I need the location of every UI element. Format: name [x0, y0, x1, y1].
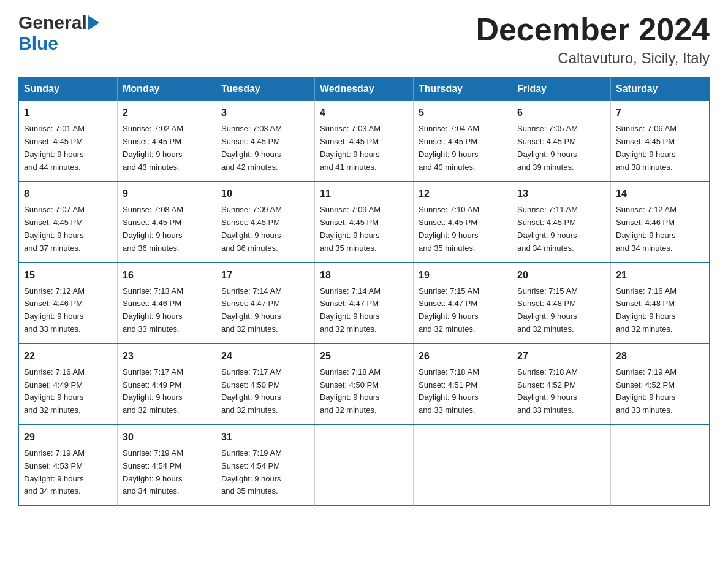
day-number: 14 — [616, 186, 704, 201]
day-number: 23 — [123, 349, 211, 364]
calendar-day-cell: 17 Sunrise: 7:14 AMSunset: 4:47 PMDaylig… — [216, 262, 315, 343]
calendar-day-cell — [315, 424, 414, 505]
calendar-day-cell: 29 Sunrise: 7:19 AMSunset: 4:53 PMDaylig… — [19, 424, 118, 505]
day-number: 30 — [123, 430, 211, 445]
calendar-day-cell: 22 Sunrise: 7:16 AMSunset: 4:49 PMDaylig… — [19, 343, 118, 424]
calendar-day-cell: 4 Sunrise: 7:03 AMSunset: 4:45 PMDayligh… — [315, 101, 414, 182]
day-number: 20 — [517, 268, 605, 283]
calendar-day-cell: 25 Sunrise: 7:18 AMSunset: 4:50 PMDaylig… — [315, 343, 414, 424]
calendar-day-cell: 13 Sunrise: 7:11 AMSunset: 4:45 PMDaylig… — [512, 182, 611, 262]
day-info: Sunrise: 7:02 AMSunset: 4:45 PMDaylight:… — [123, 124, 183, 171]
day-number: 5 — [419, 105, 507, 120]
day-info: Sunrise: 7:18 AMSunset: 4:51 PMDaylight:… — [419, 367, 479, 415]
weekday-header-tuesday: Tuesday — [216, 77, 315, 101]
day-info: Sunrise: 7:03 AMSunset: 4:45 PMDaylight:… — [221, 124, 282, 171]
calendar-week-row: 15 Sunrise: 7:12 AMSunset: 4:46 PMDaylig… — [19, 262, 710, 343]
calendar-day-cell — [611, 424, 710, 505]
day-info: Sunrise: 7:19 AMSunset: 4:53 PMDaylight:… — [24, 448, 85, 496]
calendar-day-cell: 11 Sunrise: 7:09 AMSunset: 4:45 PMDaylig… — [315, 182, 414, 262]
calendar-day-cell: 2 Sunrise: 7:02 AMSunset: 4:45 PMDayligh… — [118, 101, 216, 182]
day-number: 19 — [419, 268, 507, 283]
day-number: 31 — [221, 430, 309, 445]
day-info: Sunrise: 7:12 AMSunset: 4:46 PMDaylight:… — [24, 286, 85, 334]
calendar-day-cell: 27 Sunrise: 7:18 AMSunset: 4:52 PMDaylig… — [512, 343, 611, 424]
day-info: Sunrise: 7:16 AMSunset: 4:48 PMDaylight:… — [616, 286, 677, 334]
day-number: 24 — [221, 349, 309, 364]
calendar-day-cell: 12 Sunrise: 7:10 AMSunset: 4:45 PMDaylig… — [414, 182, 512, 262]
day-info: Sunrise: 7:03 AMSunset: 4:45 PMDaylight:… — [320, 124, 381, 171]
calendar-week-row: 22 Sunrise: 7:16 AMSunset: 4:49 PMDaylig… — [19, 343, 710, 424]
day-number: 11 — [320, 186, 408, 201]
day-number: 22 — [24, 349, 112, 364]
calendar-day-cell: 28 Sunrise: 7:19 AMSunset: 4:52 PMDaylig… — [611, 343, 710, 424]
day-number: 21 — [616, 268, 704, 283]
day-info: Sunrise: 7:01 AMSunset: 4:45 PMDaylight:… — [24, 124, 85, 171]
day-info: Sunrise: 7:15 AMSunset: 4:47 PMDaylight:… — [419, 286, 479, 334]
calendar-day-cell: 7 Sunrise: 7:06 AMSunset: 4:45 PMDayligh… — [611, 101, 710, 182]
day-number: 7 — [616, 105, 704, 120]
day-number: 29 — [24, 430, 112, 445]
day-info: Sunrise: 7:19 AMSunset: 4:54 PMDaylight:… — [123, 448, 183, 496]
day-info: Sunrise: 7:10 AMSunset: 4:45 PMDaylight:… — [419, 205, 479, 252]
day-info: Sunrise: 7:17 AMSunset: 4:50 PMDaylight:… — [221, 367, 282, 415]
calendar-day-cell: 16 Sunrise: 7:13 AMSunset: 4:46 PMDaylig… — [118, 262, 216, 343]
day-info: Sunrise: 7:18 AMSunset: 4:50 PMDaylight:… — [320, 367, 381, 415]
weekday-header-saturday: Saturday — [611, 77, 710, 101]
weekday-header-thursday: Thursday — [414, 77, 512, 101]
calendar-week-row: 1 Sunrise: 7:01 AMSunset: 4:45 PMDayligh… — [19, 101, 710, 182]
calendar-day-cell: 6 Sunrise: 7:05 AMSunset: 4:45 PMDayligh… — [512, 101, 611, 182]
logo-triangle-icon — [88, 15, 99, 30]
weekday-header-wednesday: Wednesday — [315, 77, 414, 101]
day-info: Sunrise: 7:09 AMSunset: 4:45 PMDaylight:… — [320, 205, 381, 252]
calendar-day-cell: 3 Sunrise: 7:03 AMSunset: 4:45 PMDayligh… — [216, 101, 315, 182]
calendar-day-cell: 24 Sunrise: 7:17 AMSunset: 4:50 PMDaylig… — [216, 343, 315, 424]
day-number: 8 — [24, 186, 112, 201]
calendar-day-cell: 30 Sunrise: 7:19 AMSunset: 4:54 PMDaylig… — [118, 424, 216, 505]
weekday-header-sunday: Sunday — [19, 77, 118, 101]
day-info: Sunrise: 7:13 AMSunset: 4:46 PMDaylight:… — [123, 286, 183, 334]
calendar-week-row: 29 Sunrise: 7:19 AMSunset: 4:53 PMDaylig… — [19, 424, 710, 505]
day-number: 25 — [320, 349, 408, 364]
calendar-day-cell: 18 Sunrise: 7:14 AMSunset: 4:47 PMDaylig… — [315, 262, 414, 343]
day-info: Sunrise: 7:15 AMSunset: 4:48 PMDaylight:… — [517, 286, 578, 334]
day-info: Sunrise: 7:06 AMSunset: 4:45 PMDaylight:… — [616, 124, 677, 171]
day-number: 16 — [123, 268, 211, 283]
calendar-week-row: 8 Sunrise: 7:07 AMSunset: 4:45 PMDayligh… — [19, 182, 710, 262]
day-number: 17 — [221, 268, 309, 283]
day-info: Sunrise: 7:12 AMSunset: 4:46 PMDaylight:… — [616, 205, 677, 252]
day-info: Sunrise: 7:11 AMSunset: 4:45 PMDaylight:… — [517, 205, 578, 252]
day-number: 6 — [517, 105, 605, 120]
day-number: 4 — [320, 105, 408, 120]
day-number: 13 — [517, 186, 605, 201]
page-header: General Blue December 2024 Caltavuturo, … — [18, 12, 710, 67]
month-title: December 2024 — [476, 12, 710, 47]
calendar-day-cell: 31 Sunrise: 7:19 AMSunset: 4:54 PMDaylig… — [216, 424, 315, 505]
calendar-day-cell: 10 Sunrise: 7:09 AMSunset: 4:45 PMDaylig… — [216, 182, 315, 262]
calendar-table: SundayMondayTuesdayWednesdayThursdayFrid… — [18, 77, 710, 506]
day-number: 12 — [419, 186, 507, 201]
day-info: Sunrise: 7:08 AMSunset: 4:45 PMDaylight:… — [123, 205, 183, 252]
calendar-day-cell: 15 Sunrise: 7:12 AMSunset: 4:46 PMDaylig… — [19, 262, 118, 343]
title-block: December 2024 Caltavuturo, Sicily, Italy — [476, 12, 710, 67]
calendar-day-cell: 26 Sunrise: 7:18 AMSunset: 4:51 PMDaylig… — [414, 343, 512, 424]
day-info: Sunrise: 7:05 AMSunset: 4:45 PMDaylight:… — [517, 124, 578, 171]
day-number: 9 — [123, 186, 211, 201]
day-number: 10 — [221, 186, 309, 201]
calendar-day-cell: 9 Sunrise: 7:08 AMSunset: 4:45 PMDayligh… — [118, 182, 216, 262]
day-number: 3 — [221, 105, 309, 120]
day-info: Sunrise: 7:04 AMSunset: 4:45 PMDaylight:… — [419, 124, 479, 171]
day-info: Sunrise: 7:14 AMSunset: 4:47 PMDaylight:… — [320, 286, 381, 334]
day-info: Sunrise: 7:09 AMSunset: 4:45 PMDaylight:… — [221, 205, 282, 252]
day-number: 18 — [320, 268, 408, 283]
weekday-header-friday: Friday — [512, 77, 611, 101]
calendar-header-row: SundayMondayTuesdayWednesdayThursdayFrid… — [19, 77, 710, 101]
calendar-day-cell: 8 Sunrise: 7:07 AMSunset: 4:45 PMDayligh… — [19, 182, 118, 262]
day-number: 2 — [123, 105, 211, 120]
day-info: Sunrise: 7:19 AMSunset: 4:52 PMDaylight:… — [616, 367, 677, 415]
day-number: 26 — [419, 349, 507, 364]
calendar-day-cell: 5 Sunrise: 7:04 AMSunset: 4:45 PMDayligh… — [414, 101, 512, 182]
weekday-header-monday: Monday — [118, 77, 216, 101]
day-info: Sunrise: 7:18 AMSunset: 4:52 PMDaylight:… — [517, 367, 578, 415]
day-number: 1 — [24, 105, 112, 120]
day-number: 27 — [517, 349, 605, 364]
